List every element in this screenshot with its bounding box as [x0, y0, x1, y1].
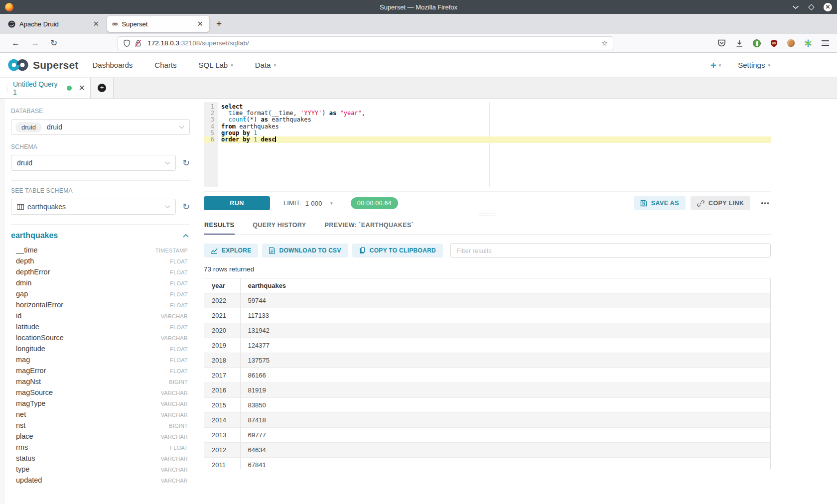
editor-code[interactable]: select time_format(__time, 'YYYY') as "y… [218, 102, 771, 187]
table-cell: 2022 [204, 293, 240, 308]
forward-button[interactable]: → [25, 38, 45, 48]
svg-text:UO: UO [772, 41, 776, 44]
column-name: net [16, 410, 26, 418]
column-name: gap [16, 290, 28, 298]
window-maximize-icon[interactable] [808, 4, 815, 10]
superset-brand[interactable]: Superset [7, 58, 78, 72]
column-header-earthquakes[interactable]: earthquakes [240, 278, 770, 293]
screen: Superset — Mozilla Firefox ✕ Apache Drui… [0, 0, 837, 504]
more-options-icon[interactable] [759, 199, 771, 207]
menu-icon[interactable] [822, 40, 829, 46]
column-name: magSource [16, 388, 53, 396]
add-query-tab-button[interactable]: + [91, 78, 114, 98]
window-minimize-icon[interactable] [792, 5, 799, 9]
column-name: depthError [16, 268, 50, 276]
column-type: FLOAT [170, 324, 188, 330]
table-row: 201264634 [204, 442, 770, 457]
explore-button[interactable]: EXPLORE [204, 244, 258, 257]
tab-query-history[interactable]: QUERY HISTORY [252, 217, 306, 235]
insecure-lock-icon[interactable] [135, 39, 141, 47]
browser-tab-superset[interactable]: ∞ Superset ✕ [107, 16, 209, 32]
refresh-schema-icon[interactable]: ↻ [182, 158, 190, 167]
schema-label: SCHEMA [11, 143, 190, 150]
database-select[interactable]: druid druid [11, 119, 190, 135]
database-label: DATABASE [11, 108, 190, 115]
line-number: 6 [204, 136, 214, 143]
nav-item-label: Charts [154, 61, 176, 69]
column-type: BIGINT [169, 423, 188, 429]
url-host: 172.18.0.3 [147, 39, 179, 47]
settings-menu[interactable]: Settings ▾ [738, 61, 770, 69]
column-type: FLOAT [170, 368, 188, 374]
table-cell: 59744 [240, 293, 770, 308]
table-row: 201786166 [204, 368, 770, 382]
browser-tab-apache-druid[interactable]: Apache Druid ✕ [3, 16, 105, 32]
nav-item-charts[interactable]: Charts [154, 61, 176, 69]
table-row: 201487418 [204, 412, 770, 427]
code-line: group by 1 [221, 130, 771, 136]
results-header-row: yearearthquakes [204, 278, 770, 293]
explore-label: EXPLORE [222, 247, 251, 254]
elapsed-timer-badge: 00:00:00.64 [351, 197, 398, 209]
nav-item-dashboards[interactable]: Dashboards [92, 61, 133, 69]
sqllab-sidebar: DATABASE druid druid SCHEMA druid [5, 99, 197, 504]
tab-stash-icon[interactable] [804, 39, 812, 47]
browser-tabstrip: Apache Druid ✕ ∞ Superset ✕ + [0, 14, 837, 34]
column-row: horizontalErrorFLOAT [11, 299, 190, 310]
column-row: statusVARCHAR [11, 453, 190, 464]
caret-down-icon: ▾ [274, 63, 276, 68]
copy-link-button[interactable]: COPY LINK [691, 196, 750, 210]
filter-results-input[interactable] [450, 243, 771, 258]
add-new-button[interactable]: + ▾ [710, 61, 721, 70]
query-tab-untitled-query-1[interactable]: ⋮ Untitled Query 1 ✕ [0, 78, 91, 98]
reload-button[interactable]: ↻ [45, 38, 63, 48]
cookie-icon[interactable] [787, 39, 795, 47]
code-line: from earthquakes [221, 124, 771, 130]
line-number: 5 [204, 130, 214, 136]
ublock-icon[interactable]: UO [770, 39, 778, 47]
url-bar[interactable]: 172.18.0.3:32108/superset/sqllab/ ☆ [118, 36, 613, 50]
schema-select[interactable]: druid [11, 155, 176, 171]
limit-dropdown[interactable]: LIMIT: 1 000 ▾ [283, 200, 333, 207]
window-close-icon[interactable]: ✕ [824, 3, 832, 11]
copy-to-clipboard-button[interactable]: COPY TO CLIPBOARD [352, 244, 443, 257]
run-button[interactable]: RUN [204, 196, 270, 210]
new-tab-button[interactable]: + [211, 18, 227, 29]
tab-close-icon[interactable]: ✕ [196, 19, 204, 28]
column-name: __time [16, 246, 38, 254]
column-type: FLOAT [170, 258, 188, 264]
chevron-down-icon [165, 161, 170, 165]
column-row: dminFLOAT [11, 277, 190, 288]
table-select[interactable]: earthquakes [11, 199, 176, 215]
privacy-badger-icon[interactable] [753, 39, 761, 47]
column-type: FLOAT [170, 346, 188, 352]
tab-close-icon[interactable]: ✕ [92, 19, 100, 28]
downloads-icon[interactable] [735, 39, 743, 47]
editor-toolbar: RUN LIMIT: 1 000 ▾ 00:00:00.64 SAVE AS [204, 191, 771, 210]
query-tab-close-icon[interactable]: ✕ [79, 83, 85, 93]
collapse-chevron-icon[interactable] [183, 234, 189, 238]
tab-title: Superset [122, 20, 196, 28]
table-cell: 86166 [240, 368, 770, 382]
pocket-icon[interactable] [717, 39, 726, 47]
tab-results[interactable]: RESULTS [204, 217, 235, 235]
browser-toolbar: ← → ↻ 172.18.0.3:32108/superset/sqllab/ … [0, 34, 837, 53]
save-as-button[interactable]: SAVE AS [634, 196, 686, 210]
column-row: depthFLOAT [11, 255, 190, 266]
nav-item-sql-lab[interactable]: SQL Lab▾ [199, 61, 233, 69]
bookmark-star-icon[interactable]: ☆ [601, 39, 608, 48]
url-text[interactable]: 172.18.0.3:32108/superset/sqllab/ [147, 39, 601, 47]
column-header-year[interactable]: year [204, 278, 240, 293]
pane-resize-handle[interactable] [479, 214, 496, 216]
download-csv-button[interactable]: DOWNLOAD TO CSV [262, 244, 348, 257]
refresh-table-icon[interactable]: ↻ [182, 202, 190, 211]
nav-items: DashboardsChartsSQL Lab▾Data▾ [92, 61, 276, 69]
nav-item-data[interactable]: Data▾ [255, 61, 276, 69]
shield-icon[interactable] [123, 39, 131, 47]
sql-editor[interactable]: 123456 select time_format(__time, 'YYYY'… [204, 102, 771, 187]
column-type: VARCHAR [161, 335, 188, 341]
column-name: status [16, 454, 35, 462]
column-type: BIGINT [169, 379, 188, 385]
tab-preview-earthquakes[interactable]: PREVIEW: `EARTHQUAKES` [324, 217, 415, 235]
back-button[interactable]: ← [6, 38, 25, 48]
